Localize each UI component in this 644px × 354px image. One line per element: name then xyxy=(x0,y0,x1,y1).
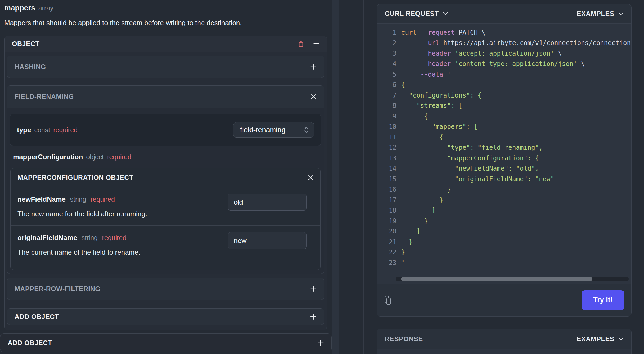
new-field-name-kind: string xyxy=(70,196,86,203)
mapper-configuration-name: mapperConfiguration xyxy=(13,153,83,161)
hashing-section[interactable]: HASHING xyxy=(7,56,324,78)
response-body xyxy=(377,349,631,354)
new-field-name-input[interactable] xyxy=(228,194,307,211)
add-object-inner-label: ADD OBJECT xyxy=(15,313,59,321)
add-object-button-inner[interactable]: ADD OBJECT xyxy=(7,308,324,325)
type-field-row: type const required field-renaming xyxy=(10,114,321,146)
response-examples-label: EXAMPLES xyxy=(577,335,614,343)
code-line: 15 "originalFieldName": "new" xyxy=(377,174,631,184)
property-description: Mappers that should be applied to the st… xyxy=(4,19,327,27)
field-renaming-title: FIELD-RENAMING xyxy=(15,93,74,100)
expand-icon xyxy=(317,340,324,346)
curl-request-title: CURL REQUEST xyxy=(385,10,439,17)
mapper-configuration-kind: object xyxy=(86,153,104,161)
vertical-scrollbar[interactable] xyxy=(332,0,339,354)
curl-code-block: 1curl --request PATCH \2 --url https://a… xyxy=(377,24,631,284)
code-line: 1curl --request PATCH \ xyxy=(377,27,631,38)
add-object-button-outer[interactable]: ADD OBJECT xyxy=(0,333,332,352)
property-type-badge: array xyxy=(38,4,53,12)
mapper-configuration-label-row: mapperConfiguration object required xyxy=(13,153,321,161)
code-line: 8 "streams": [ xyxy=(377,101,631,111)
field-renaming-header[interactable]: FIELD-RENAMING xyxy=(7,86,324,108)
field-renaming-body: type const required field-renaming xyxy=(7,108,324,274)
code-line: 3 --header 'accept: application/json' \ xyxy=(377,48,631,59)
property-name: mappers xyxy=(4,4,35,12)
type-field-name: type xyxy=(17,126,31,134)
code-line: 14 "newFieldName": "old", xyxy=(377,163,631,174)
code-line: 13 "mapperConfiguration": { xyxy=(377,153,631,163)
remove-field-renaming-button[interactable] xyxy=(311,94,316,100)
code-line: 12 "type": "field-renaming", xyxy=(377,143,631,153)
code-line: 2 --url https://api.airbyte.com/v1/conne… xyxy=(377,38,631,48)
mapper-configuration-object-title: MAPPERCONFIGURATION OBJECT xyxy=(17,174,133,182)
column-divider xyxy=(363,0,364,354)
code-line: 19 } xyxy=(377,216,631,226)
object-panel-header[interactable]: OBJECT xyxy=(5,36,327,52)
remove-mapper-configuration-button[interactable] xyxy=(308,175,314,181)
original-field-name-input[interactable] xyxy=(228,232,307,249)
original-field-name-kind: string xyxy=(82,234,98,241)
horizontal-scrollbar-track xyxy=(396,277,629,281)
code-line: 23' xyxy=(377,258,631,268)
mapper-row-filtering-title: MAPPER-ROW-FILTERING xyxy=(15,285,100,293)
type-value-selected: field-renaming xyxy=(240,126,285,134)
expand-icon xyxy=(310,313,316,320)
chevron-down-icon xyxy=(619,12,623,15)
trash-icon xyxy=(297,40,305,48)
new-field-name-label: newFieldName xyxy=(17,195,66,203)
object-panel-body: HASHING FIELD-RENAMING xyxy=(5,52,327,330)
horizontal-scrollbar-thumb[interactable] xyxy=(401,277,592,281)
type-field-kind: const xyxy=(34,126,50,134)
curl-examples-label: EXAMPLES xyxy=(577,10,614,17)
mapper-configuration-required: required xyxy=(107,153,131,161)
new-field-name-row: newFieldName string required The new nam… xyxy=(11,187,320,225)
expand-icon xyxy=(310,64,316,70)
type-field-required: required xyxy=(53,126,78,134)
chevron-down-icon xyxy=(619,338,623,340)
curl-request-dropdown[interactable]: CURL REQUEST xyxy=(385,10,448,17)
response-title: RESPONSE xyxy=(385,335,423,343)
add-object-outer-label: ADD OBJECT xyxy=(8,339,52,347)
mapper-configuration-object-header[interactable]: MAPPERCONFIGURATION OBJECT xyxy=(11,168,320,187)
collapse-icon xyxy=(313,43,319,44)
original-field-name-description: The current name of the field to rename. xyxy=(17,248,314,256)
curl-request-panel: CURL REQUEST EXAMPLES 1curl --request PA… xyxy=(377,4,632,317)
expand-icon xyxy=(310,286,316,292)
delete-object-button[interactable] xyxy=(297,40,305,48)
original-field-name-required: required xyxy=(102,234,126,241)
mapper-row-filtering-section[interactable]: MAPPER-ROW-FILTERING xyxy=(7,278,324,300)
curl-panel-header: CURL REQUEST EXAMPLES xyxy=(377,4,631,24)
code-line: 20 ] xyxy=(377,226,631,237)
original-field-name-label: originalFieldName xyxy=(17,234,77,242)
property-title-row: mappers array xyxy=(4,4,327,12)
code-line: 22} xyxy=(377,247,631,258)
code-line: 11 { xyxy=(377,132,631,143)
mapper-configuration-object-panel: MAPPERCONFIGURATION OBJECT xyxy=(10,168,321,270)
remove-icon xyxy=(311,94,316,100)
object-panel-title: OBJECT xyxy=(12,40,39,48)
mappers-object-panel: OBJECT xyxy=(4,36,327,330)
code-line: 4 --header 'content-type: application/js… xyxy=(377,59,631,69)
hashing-section-title: HASHING xyxy=(15,63,46,71)
field-renaming-section: FIELD-RENAMING type const xyxy=(7,85,324,274)
code-line: 18 ] xyxy=(377,205,631,216)
curl-examples-dropdown[interactable]: EXAMPLES xyxy=(577,10,623,17)
code-line: 6{ xyxy=(377,80,631,90)
new-field-name-required: required xyxy=(91,196,115,203)
code-line: 17 } xyxy=(377,195,631,205)
code-line: 9 { xyxy=(377,111,631,122)
response-panel: RESPONSE EXAMPLES xyxy=(377,329,632,354)
select-stepper-icon xyxy=(304,126,309,133)
curl-panel-footer: Try It! xyxy=(377,284,631,316)
type-value-select[interactable]: field-renaming xyxy=(233,122,314,138)
collapse-object-button[interactable] xyxy=(313,43,319,44)
code-line: 7 "configurations": { xyxy=(377,90,631,101)
code-line: 16 } xyxy=(377,184,631,195)
new-field-name-description: The new name for the field after renamin… xyxy=(17,210,314,218)
code-line: 5 --data ' xyxy=(377,69,631,80)
try-it-button[interactable]: Try It! xyxy=(582,290,624,310)
code-lines: 1curl --request PATCH \2 --url https://a… xyxy=(377,27,631,268)
response-examples-dropdown[interactable]: EXAMPLES xyxy=(577,335,623,343)
schema-editor-column: mappers array Mappers that should be app… xyxy=(0,0,332,330)
copy-code-button[interactable] xyxy=(384,295,392,305)
